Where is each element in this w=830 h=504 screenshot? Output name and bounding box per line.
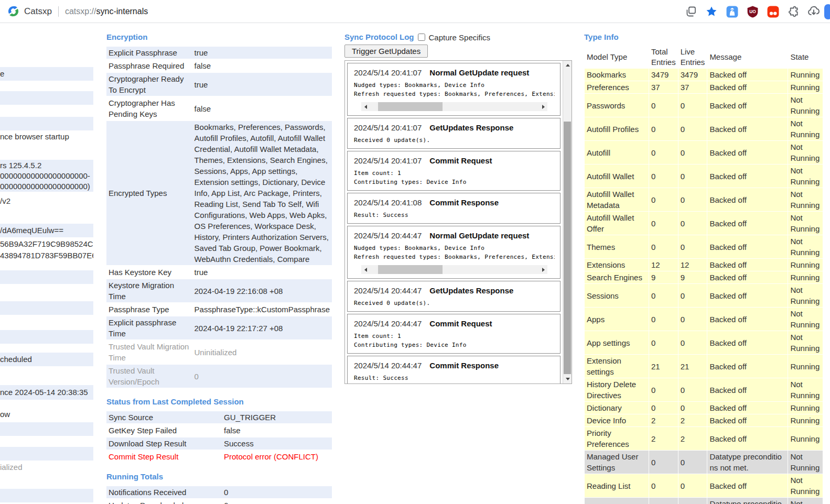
table-row xyxy=(0,91,93,105)
running-totals-heading: Running Totals xyxy=(106,472,333,482)
log-entry: 2024/5/14 20:41:07Normal GetUpdate reque… xyxy=(347,63,560,116)
table-row xyxy=(0,422,93,436)
scroll-right-arrow-icon[interactable] xyxy=(539,265,547,274)
layers-icon[interactable] xyxy=(684,5,698,18)
table-row xyxy=(0,270,93,284)
bookmark-star-icon[interactable] xyxy=(705,5,718,18)
scroll-right-arrow-icon[interactable] xyxy=(539,102,547,111)
clipped-text: /v2 xyxy=(0,196,10,206)
bird-extension-icon[interactable] xyxy=(725,5,739,18)
log-entry: 2024/5/14 20:41:07Commit Request Item co… xyxy=(347,151,560,191)
table-row: Keystore Migration Time2024-04-19 22:16:… xyxy=(106,279,332,302)
table-row: Notifications Received0 xyxy=(106,486,332,498)
table-row xyxy=(0,330,93,344)
scrollbar-thumb[interactable] xyxy=(378,102,443,111)
log-entry: 2024/5/14 20:44:47Commit Request Item co… xyxy=(347,314,560,354)
ublock-extension-icon[interactable]: UO xyxy=(746,5,759,18)
table-row: Encrypted TypesBookmarks, Preferences, P… xyxy=(106,121,332,265)
clipped-text: 56B9A32F719C9B98524CF xyxy=(0,239,93,249)
table-row: Autofill Profiles00Backed offNot Running xyxy=(585,117,823,140)
table-row: Cryptographer Has Pending Keysfalse xyxy=(106,97,332,120)
table-row: Sessions00Backed offNot Running xyxy=(585,284,823,307)
avatar-cutoff-icon[interactable] xyxy=(824,4,830,19)
encryption-table: Explicit Passphrasetrue Passphrase Requi… xyxy=(106,46,332,389)
table-row: Passphrase TypePassphraseType::kCustomPa… xyxy=(106,303,332,315)
horizontal-scrollbar[interactable] xyxy=(361,102,547,111)
address-url[interactable]: catsxp://sync-internals xyxy=(65,7,148,16)
table-row: Dictionary00Backed offRunning xyxy=(585,402,823,414)
running-totals-table: Notifications Received0 Updates Download… xyxy=(106,485,332,504)
table-row xyxy=(0,117,93,130)
table-row: Autofill Wallet00Backed offNot Running xyxy=(585,165,823,188)
trigger-getupdates-button[interactable]: Trigger GetUpdates xyxy=(344,45,428,58)
table-row: cheduled xyxy=(0,353,93,366)
table-row: Passphrase Requiredfalse xyxy=(106,60,332,72)
table-row: Extension settings2121Backed offRunning xyxy=(585,355,823,378)
scroll-left-arrow-icon[interactable] xyxy=(361,102,370,111)
log-entry: 2024/5/14 20:44:47GetUpdates Response Re… xyxy=(347,281,560,312)
table-row: rs 125.4.5.2 00000000000000000000- 00000… xyxy=(0,160,93,192)
scroll-left-arrow-icon[interactable] xyxy=(361,265,370,274)
table-row: Autofill00Backed offNot Running xyxy=(585,141,823,164)
table-row: Cryptographer Ready To Encrypttrue xyxy=(106,73,332,96)
table-row: Updates Downloaded6 xyxy=(106,499,332,504)
clipped-text: nce browser startup xyxy=(0,132,69,142)
clipped-text: 43894781D783F59BB07E6 xyxy=(0,250,93,261)
table-row: Preferences3737Backed offRunning xyxy=(585,81,823,93)
table-row: Device Info22Backed offRunning xyxy=(585,414,823,426)
about-summary-column: e nce browser startup rs 125.4.5.2 00000… xyxy=(0,23,93,504)
encryption-heading: Encryption xyxy=(106,32,333,42)
table-row: Passwords00Backed offNot Running xyxy=(585,94,823,117)
clipped-text: ialized xyxy=(0,462,23,473)
table-row: Apps00Backed offNot Running xyxy=(585,308,823,331)
table-row: Themes00Backed offNot Running xyxy=(585,235,823,258)
browser-toolbar: Catsxp catsxp://sync-internals xyxy=(0,0,830,23)
table-row xyxy=(0,301,93,315)
commit-step-error-row: Commit Step ResultProtocol error (CONFLI… xyxy=(106,451,332,463)
log-entries: 2024/5/14 20:41:07Normal GetUpdate reque… xyxy=(345,61,563,384)
table-row: Has Keystore Keytrue xyxy=(106,266,332,278)
table-row: Trusted Vault Version/Epoch0 xyxy=(106,365,332,388)
table-row xyxy=(0,489,93,502)
scroll-down-arrow-icon[interactable] xyxy=(563,375,572,384)
table-row: Bookmarks34793479Backed offRunning xyxy=(585,69,823,81)
table-row xyxy=(0,447,93,461)
horizontal-scrollbar[interactable] xyxy=(361,265,547,274)
ublock-label: UO xyxy=(749,9,756,14)
sync-protocol-log-heading: Sync Protocol Log xyxy=(344,32,414,42)
type-info-table: Model Type Total Entries Live Entries Me… xyxy=(584,46,823,504)
toolbar-divider xyxy=(58,6,59,17)
log-entry: 2024/5/14 20:44:47Normal GetUpdate reque… xyxy=(347,226,560,279)
table-row: Autofill Wallet Metadata00Backed offNot … xyxy=(585,188,823,211)
table-row: GetKey Step Failedfalse xyxy=(106,424,332,436)
url-path: sync-internals xyxy=(96,7,148,16)
type-info-heading: Type Info xyxy=(584,32,825,42)
puzzle-extensions-icon[interactable] xyxy=(786,5,800,18)
url-scheme: catsxp:// xyxy=(65,7,96,16)
status-table: Sync SourceGU_TRIGGER GetKey Step Failed… xyxy=(106,410,332,464)
protocol-log-list[interactable]: 2024/5/14 20:41:07Normal GetUpdate reque… xyxy=(344,60,572,384)
cloud-download-icon[interactable] xyxy=(807,5,821,18)
scrollbar-thumb[interactable] xyxy=(564,122,571,374)
encryption-section: Encryption Explicit Passphrasetrue Passp… xyxy=(106,23,333,504)
table-row: /dA6meqUEulw== xyxy=(0,224,93,237)
red-dots-extension-icon[interactable] xyxy=(766,5,780,18)
scroll-up-arrow-icon[interactable] xyxy=(563,61,572,70)
type-info-section: Type Info Model Type Total Entries Live … xyxy=(584,23,825,504)
table-row: Reading List00Backed offNot Running xyxy=(585,474,823,497)
catsxp-logo-icon xyxy=(7,5,19,17)
table-row: Autofill Wallet Offer00Backed offNot Run… xyxy=(585,212,823,235)
table-row: e xyxy=(0,67,93,81)
log-entry: 2024/5/14 20:41:08Commit Response Result… xyxy=(347,193,560,224)
table-row: Explicit Passphrasetrue xyxy=(106,47,332,59)
log-entry: 2024/5/14 20:44:47Commit Response Result… xyxy=(347,356,560,384)
sync-internals-page: Catsxp catsxp://sync-internals xyxy=(0,0,830,504)
table-header-row: Model Type Total Entries Live Entries Me… xyxy=(585,46,823,68)
table-row: Extensions1212Backed offRunning xyxy=(585,259,823,271)
scrollbar-thumb[interactable] xyxy=(378,265,443,274)
table-row: Managed User Settings00Datatype precondi… xyxy=(585,451,823,474)
capture-specifics-checkbox[interactable] xyxy=(418,34,425,41)
vertical-scrollbar[interactable] xyxy=(563,61,572,384)
table-row: Explicit passphrase Time2024-04-19 22:17… xyxy=(106,316,332,339)
table-row: Download Step ResultSuccess xyxy=(106,437,332,450)
